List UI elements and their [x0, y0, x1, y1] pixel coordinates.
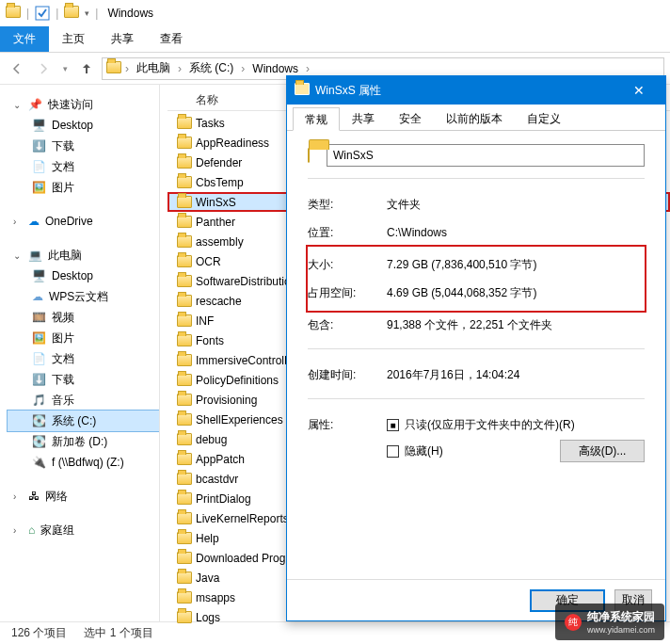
ribbon-tab-share[interactable]: 共享	[98, 26, 147, 52]
chevron-right-icon[interactable]: ›	[176, 62, 183, 75]
folder-name: LiveKernelReports	[196, 512, 289, 525]
advanced-button[interactable]: 高级(D)...	[560, 440, 645, 462]
address-folder-icon	[106, 61, 121, 76]
folder-name: Defender	[196, 156, 242, 169]
music-icon: 🎵	[32, 394, 46, 407]
drive-icon: 💽	[32, 414, 46, 427]
nav-pc-pictures[interactable]: 🖼️图片	[8, 328, 159, 348]
nav-homegroup[interactable]: ›⌂家庭组	[8, 520, 159, 540]
desktop-icon: 🖥️	[32, 119, 46, 132]
nav-onedrive[interactable]: ›☁OneDrive	[8, 211, 159, 232]
chevron-right-icon[interactable]: ›	[239, 62, 247, 75]
readonly-checkbox[interactable]: ■	[387, 419, 399, 431]
folder-icon	[295, 83, 310, 98]
folder-icon	[177, 255, 192, 267]
folder-name: OCR	[196, 255, 221, 268]
download-icon: ⬇️	[32, 139, 46, 153]
folder-icon	[177, 137, 192, 149]
nav-pc-drive-c[interactable]: 💽系统 (C:)	[8, 411, 159, 431]
folder-name: Fonts	[196, 334, 224, 347]
dialog-tab-previous[interactable]: 以前的版本	[434, 106, 515, 130]
prop-attributes: 属性: ■ 只读(仅应用于文件夹中的文件)(R)	[308, 411, 645, 439]
navigation-tree[interactable]: ⌄📌快速访问 🖥️Desktop ⬇️下载 📄文档 🖼️图片 ›☁OneDriv…	[0, 85, 160, 621]
folder-icon	[177, 492, 192, 505]
nav-pc-music[interactable]: 🎵音乐	[8, 390, 159, 411]
breadcrumb-item[interactable]: Windows	[248, 62, 302, 75]
computer-icon: 💻	[28, 249, 42, 262]
dialog-body: WinSxS 类型:文件夹 位置:C:\Windows 大小:7.29 GB (…	[287, 131, 665, 476]
close-button[interactable]: ✕	[620, 83, 658, 98]
breadcrumb-item[interactable]: 系统 (C:)	[185, 60, 237, 76]
folder-icon	[177, 473, 192, 485]
prop-location: 位置:C:\Windows	[308, 218, 645, 247]
folder-name: Logs	[196, 611, 220, 624]
nav-pc-drive-z[interactable]: 🔌f (\\Bdfwq) (Z:)	[8, 452, 159, 473]
nav-quick-desktop[interactable]: 🖥️Desktop	[8, 115, 159, 136]
nav-quick-documents[interactable]: 📄文档	[8, 156, 159, 177]
recent-dropdown[interactable]: ▾	[58, 57, 72, 80]
dialog-tab-general[interactable]: 常规	[293, 107, 340, 131]
folder-name: bcastdvr	[196, 473, 238, 486]
document-icon: 📄	[32, 352, 46, 365]
prop-size-on-disk: 占用空间:4.69 GB (5,044,068,352 字节)	[308, 279, 645, 307]
nav-quick-access[interactable]: ⌄📌快速访问	[8, 94, 159, 115]
ribbon-tab-home[interactable]: 主页	[49, 26, 98, 52]
chevron-right-icon[interactable]: ›	[304, 62, 311, 75]
folder-qat-icon[interactable]	[64, 6, 79, 21]
nav-quick-downloads[interactable]: ⬇️下载	[8, 136, 159, 156]
breadcrumb-item[interactable]: 此电脑	[133, 60, 174, 76]
drive-icon: 💽	[32, 435, 46, 448]
nav-pc-wps[interactable]: ☁WPS云文档	[8, 286, 159, 307]
dialog-titlebar[interactable]: WinSxS 属性 ✕	[287, 76, 665, 105]
folder-name-input[interactable]: WinSxS	[327, 144, 645, 167]
nav-this-pc[interactable]: ⌄💻此电脑	[8, 245, 159, 266]
divider	[308, 178, 645, 179]
nav-pc-documents[interactable]: 📄文档	[8, 348, 159, 369]
folder-icon	[177, 591, 192, 604]
qat-dropdown-icon[interactable]: ▾	[85, 8, 89, 18]
folder-icon	[177, 413, 192, 426]
video-icon: 🎞️	[32, 311, 46, 324]
folder-icon	[177, 176, 192, 188]
checkbox-qat-icon[interactable]	[35, 6, 50, 21]
hidden-checkbox[interactable]	[387, 445, 399, 458]
divider	[308, 398, 645, 399]
nav-pc-drive-d[interactable]: 💽新加卷 (D:)	[8, 431, 159, 452]
folder-icon	[177, 433, 192, 445]
folder-name: assembly	[196, 235, 244, 249]
ribbon-file-tab[interactable]: 文件	[0, 26, 49, 52]
folder-name: rescache	[196, 295, 242, 308]
nav-pc-downloads[interactable]: ⬇️下载	[8, 369, 159, 390]
qat-separator: |	[95, 7, 98, 20]
dialog-tab-share[interactable]: 共享	[340, 106, 387, 130]
readonly-label: 只读(仅应用于文件夹中的文件)(R)	[405, 417, 575, 433]
homegroup-icon: ⌂	[28, 523, 35, 537]
folder-name: Java	[196, 572, 219, 585]
folder-icon	[177, 156, 192, 169]
folder-icon	[177, 611, 192, 623]
dialog-tab-custom[interactable]: 自定义	[515, 106, 573, 130]
picture-icon: 🖼️	[32, 181, 46, 194]
folder-small-icon	[6, 6, 21, 21]
folder-icon	[177, 532, 192, 544]
nav-pc-desktop[interactable]: 🖥️Desktop	[8, 266, 159, 286]
nav-pc-videos[interactable]: 🎞️视频	[8, 307, 159, 328]
window-titlebar: | | ▾ | Windows	[0, 0, 670, 26]
logo-icon: 纯	[565, 614, 582, 631]
properties-dialog: WinSxS 属性 ✕ 常规 共享 安全 以前的版本 自定义 WinSxS 类型…	[286, 75, 666, 621]
forward-button[interactable]	[32, 57, 55, 80]
chevron-right-icon[interactable]: ›	[123, 62, 131, 75]
nav-quick-pictures[interactable]: 🖼️图片	[8, 177, 159, 198]
folder-icon	[177, 334, 192, 346]
folder-icon	[177, 552, 192, 564]
up-button[interactable]	[75, 57, 98, 80]
dialog-tab-security[interactable]: 安全	[387, 106, 434, 130]
download-icon: ⬇️	[32, 373, 46, 386]
nav-network[interactable]: ›🖧网络	[8, 486, 159, 507]
back-button[interactable]	[6, 57, 28, 80]
prop-size: 大小:7.29 GB (7,836,400,510 字节)	[308, 250, 645, 279]
ribbon-tab-view[interactable]: 查看	[147, 26, 196, 52]
ribbon-tabs: 文件 主页 共享 查看	[0, 26, 670, 53]
highlight-box: 大小:7.29 GB (7,836,400,510 字节) 占用空间:4.69 …	[308, 247, 645, 311]
folder-name: Provisioning	[196, 394, 257, 407]
